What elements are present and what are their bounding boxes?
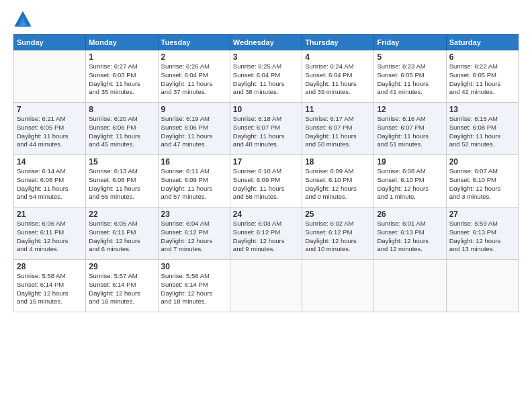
calendar-cell: 12Sunrise: 6:16 AMSunset: 6:07 PMDayligh…: [374, 103, 446, 155]
calendar-cell: 4Sunrise: 6:24 AMSunset: 6:04 PMDaylight…: [302, 50, 374, 103]
logo: [13, 10, 35, 29]
calendar-cell: 6Sunrise: 6:22 AMSunset: 6:05 PMDaylight…: [446, 50, 518, 103]
header: [13, 10, 519, 29]
day-number: 4: [305, 52, 371, 62]
day-number: 20: [449, 157, 515, 167]
calendar-cell: 18Sunrise: 6:09 AMSunset: 6:10 PMDayligh…: [302, 155, 374, 208]
week-row-4: 28Sunrise: 5:58 AMSunset: 6:14 PMDayligh…: [14, 260, 519, 312]
week-row-0: 1Sunrise: 6:27 AMSunset: 6:03 PMDaylight…: [14, 50, 519, 103]
calendar-cell: 8Sunrise: 6:20 AMSunset: 6:06 PMDaylight…: [86, 103, 158, 155]
header-row: SundayMondayTuesdayWednesdayThursdayFrid…: [14, 35, 519, 50]
calendar-cell: 19Sunrise: 6:08 AMSunset: 6:10 PMDayligh…: [374, 155, 446, 208]
cell-info: Sunrise: 6:15 AMSunset: 6:08 PMDaylight:…: [449, 115, 515, 149]
cell-info: Sunrise: 6:14 AMSunset: 6:08 PMDaylight:…: [17, 167, 83, 201]
day-number: 2: [161, 52, 227, 62]
day-number: 28: [17, 262, 83, 271]
week-row-2: 14Sunrise: 6:14 AMSunset: 6:08 PMDayligh…: [14, 155, 519, 208]
calendar-cell: 16Sunrise: 6:11 AMSunset: 6:09 PMDayligh…: [158, 155, 230, 208]
header-sunday: Sunday: [14, 35, 86, 50]
day-number: 22: [89, 210, 154, 219]
cell-info: Sunrise: 5:59 AMSunset: 6:13 PMDaylight:…: [449, 220, 515, 254]
calendar-cell: 22Sunrise: 6:05 AMSunset: 6:11 PMDayligh…: [86, 208, 158, 260]
day-number: 5: [377, 52, 443, 62]
day-number: 10: [233, 105, 299, 114]
cell-info: Sunrise: 6:24 AMSunset: 6:04 PMDaylight:…: [305, 62, 371, 97]
day-number: 30: [161, 262, 227, 271]
day-number: 21: [17, 210, 83, 219]
header-friday: Friday: [374, 35, 446, 50]
day-number: 25: [305, 210, 371, 219]
calendar-cell: 24Sunrise: 6:03 AMSunset: 6:12 PMDayligh…: [230, 208, 302, 260]
cell-info: Sunrise: 6:03 AMSunset: 6:12 PMDaylight:…: [233, 220, 299, 254]
cell-info: Sunrise: 6:09 AMSunset: 6:10 PMDaylight:…: [305, 167, 371, 201]
cell-info: Sunrise: 5:57 AMSunset: 6:14 PMDaylight:…: [89, 272, 154, 306]
day-number: 9: [161, 105, 227, 114]
page: SundayMondayTuesdayWednesdayThursdayFrid…: [0, 0, 532, 411]
day-number: 17: [233, 157, 299, 167]
day-number: 6: [449, 52, 515, 62]
header-wednesday: Wednesday: [230, 35, 302, 50]
calendar-cell: 7Sunrise: 6:21 AMSunset: 6:05 PMDaylight…: [14, 103, 86, 155]
calendar-cell: 1Sunrise: 6:27 AMSunset: 6:03 PMDaylight…: [86, 50, 158, 103]
cell-info: Sunrise: 6:01 AMSunset: 6:13 PMDaylight:…: [377, 220, 443, 254]
calendar-cell: [14, 50, 86, 103]
header-monday: Monday: [86, 35, 158, 50]
calendar-cell: 14Sunrise: 6:14 AMSunset: 6:08 PMDayligh…: [14, 155, 86, 208]
cell-info: Sunrise: 6:07 AMSunset: 6:10 PMDaylight:…: [449, 167, 515, 201]
day-number: 11: [305, 105, 371, 114]
day-number: 15: [89, 157, 154, 167]
cell-info: Sunrise: 6:18 AMSunset: 6:07 PMDaylight:…: [233, 115, 299, 149]
calendar-cell: [374, 260, 446, 312]
cell-info: Sunrise: 6:23 AMSunset: 6:05 PMDaylight:…: [377, 62, 443, 97]
day-number: 7: [17, 105, 83, 114]
calendar-table: SundayMondayTuesdayWednesdayThursdayFrid…: [13, 34, 519, 312]
cell-info: Sunrise: 6:19 AMSunset: 6:06 PMDaylight:…: [161, 115, 227, 149]
calendar-cell: 2Sunrise: 6:26 AMSunset: 6:04 PMDaylight…: [158, 50, 230, 103]
header-tuesday: Tuesday: [158, 35, 230, 50]
calendar-cell: 29Sunrise: 5:57 AMSunset: 6:14 PMDayligh…: [86, 260, 158, 312]
day-number: 13: [449, 105, 515, 114]
day-number: 18: [305, 157, 371, 167]
calendar-cell: 21Sunrise: 6:06 AMSunset: 6:11 PMDayligh…: [14, 208, 86, 260]
cell-info: Sunrise: 6:08 AMSunset: 6:10 PMDaylight:…: [377, 167, 443, 201]
week-row-1: 7Sunrise: 6:21 AMSunset: 6:05 PMDaylight…: [14, 103, 519, 155]
cell-info: Sunrise: 5:56 AMSunset: 6:14 PMDaylight:…: [161, 272, 227, 306]
cell-info: Sunrise: 6:11 AMSunset: 6:09 PMDaylight:…: [161, 167, 227, 201]
cell-info: Sunrise: 6:05 AMSunset: 6:11 PMDaylight:…: [89, 220, 154, 254]
calendar-cell: [230, 260, 302, 312]
cell-info: Sunrise: 6:17 AMSunset: 6:07 PMDaylight:…: [305, 115, 371, 149]
header-saturday: Saturday: [446, 35, 518, 50]
cell-info: Sunrise: 6:20 AMSunset: 6:06 PMDaylight:…: [89, 115, 154, 149]
calendar-cell: 23Sunrise: 6:04 AMSunset: 6:12 PMDayligh…: [158, 208, 230, 260]
calendar-cell: 10Sunrise: 6:18 AMSunset: 6:07 PMDayligh…: [230, 103, 302, 155]
day-number: 16: [161, 157, 227, 167]
day-number: 26: [377, 210, 443, 219]
day-number: 24: [233, 210, 299, 219]
day-number: 23: [161, 210, 227, 219]
calendar-cell: 27Sunrise: 5:59 AMSunset: 6:13 PMDayligh…: [446, 208, 518, 260]
calendar-cell: 9Sunrise: 6:19 AMSunset: 6:06 PMDaylight…: [158, 103, 230, 155]
day-number: 8: [89, 105, 154, 114]
day-number: 19: [377, 157, 443, 167]
header-thursday: Thursday: [302, 35, 374, 50]
day-number: 1: [89, 52, 154, 62]
calendar-cell: 3Sunrise: 6:25 AMSunset: 6:04 PMDaylight…: [230, 50, 302, 103]
calendar-cell: 30Sunrise: 5:56 AMSunset: 6:14 PMDayligh…: [158, 260, 230, 312]
day-number: 29: [89, 262, 154, 271]
cell-info: Sunrise: 6:27 AMSunset: 6:03 PMDaylight:…: [89, 62, 154, 97]
calendar-cell: 26Sunrise: 6:01 AMSunset: 6:13 PMDayligh…: [374, 208, 446, 260]
cell-info: Sunrise: 6:16 AMSunset: 6:07 PMDaylight:…: [377, 115, 443, 149]
day-number: 14: [17, 157, 83, 167]
day-number: 27: [449, 210, 515, 219]
calendar-cell: 17Sunrise: 6:10 AMSunset: 6:09 PMDayligh…: [230, 155, 302, 208]
calendar-cell: 25Sunrise: 6:02 AMSunset: 6:12 PMDayligh…: [302, 208, 374, 260]
cell-info: Sunrise: 6:04 AMSunset: 6:12 PMDaylight:…: [161, 220, 227, 254]
calendar-cell: 15Sunrise: 6:13 AMSunset: 6:08 PMDayligh…: [86, 155, 158, 208]
calendar-cell: 28Sunrise: 5:58 AMSunset: 6:14 PMDayligh…: [14, 260, 86, 312]
calendar-cell: 11Sunrise: 6:17 AMSunset: 6:07 PMDayligh…: [302, 103, 374, 155]
cell-info: Sunrise: 6:02 AMSunset: 6:12 PMDaylight:…: [305, 220, 371, 254]
cell-info: Sunrise: 5:58 AMSunset: 6:14 PMDaylight:…: [17, 272, 83, 306]
calendar-cell: [302, 260, 374, 312]
day-number: 12: [377, 105, 443, 114]
cell-info: Sunrise: 6:25 AMSunset: 6:04 PMDaylight:…: [233, 62, 299, 97]
